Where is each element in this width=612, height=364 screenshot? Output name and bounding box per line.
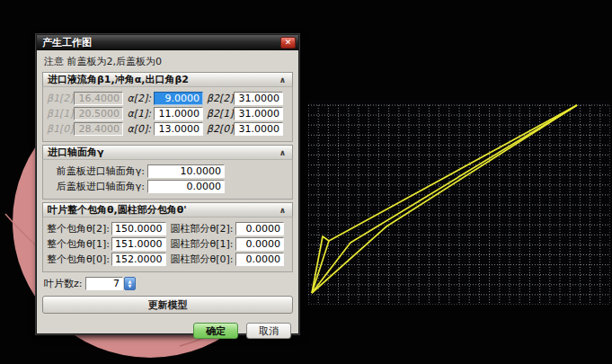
generate-working-drawing-dialog: 产生工作图 ✕ 注意 前盖板为2,后盖板为0 进口液流角β1,冲角α,出口角β2… bbox=[36, 34, 299, 334]
rear-shroud-angle-label: 后盖板进口轴面角γ: bbox=[47, 180, 147, 193]
front-shroud-angle-field[interactable]: 10.0000 bbox=[147, 164, 225, 178]
note-text: 注意 前盖板为2,后盖板为0 bbox=[44, 55, 293, 68]
wrap-angle-1-label: 整个包角θ[1]: bbox=[47, 237, 111, 251]
section-inlet-angles-title: 进口液流角β1,冲角α,出口角β2 bbox=[48, 73, 189, 86]
section-inlet-angles-header: 进口液流角β1,冲角α,出口角β2 ∧ bbox=[42, 72, 293, 87]
blade-count-field[interactable]: 7 bbox=[85, 277, 123, 290]
plot-canvas bbox=[308, 101, 610, 305]
alpha-1-label: α[1]: bbox=[127, 108, 154, 120]
wrap-angle-row-1: 整个包角θ[1]: 151.0000 圆柱部分θ[1]: 0.0000 bbox=[47, 237, 288, 251]
front-shroud-angle-row: 前盖板进口轴面角γ: 10.0000 bbox=[47, 164, 288, 178]
alpha-1-field[interactable]: 11.0000 bbox=[154, 107, 203, 120]
wrap-angle-0-field[interactable]: 152.0000 bbox=[111, 253, 166, 266]
section-wrap-angle-title: 叶片整个包角θ,圆柱部分包角θ' bbox=[48, 203, 187, 217]
beta1-0-field: 28.4000 bbox=[74, 122, 123, 136]
dialog-footer: 确定 取消 bbox=[42, 323, 293, 339]
beta2-1-field[interactable]: 31.0000 bbox=[234, 107, 283, 120]
section-wrap-angle-group: 整个包角θ[2]: 150.0000 圆柱部分θ[2]: 0.0000 整个包角… bbox=[42, 218, 293, 272]
blade-angle-plot bbox=[308, 101, 610, 305]
alpha-0-label: α[0]: bbox=[127, 123, 154, 135]
rear-shroud-angle-row: 后盖板进口轴面角γ: 0.0000 bbox=[47, 180, 288, 193]
collapse-icon[interactable]: ∧ bbox=[278, 148, 288, 157]
beta1-2-field: 16.4000 bbox=[74, 92, 123, 105]
beta2-2-field[interactable]: 31.0000 bbox=[234, 92, 283, 105]
blade-count-label: 叶片数z: bbox=[44, 277, 85, 290]
update-model-button[interactable]: 更新模型 bbox=[42, 296, 293, 314]
wrap-angle-0-label: 整个包角θ[0]: bbox=[47, 253, 111, 266]
spinner-down-icon[interactable]: ▼ bbox=[129, 284, 132, 289]
collapse-icon[interactable]: ∧ bbox=[278, 75, 288, 84]
spinner-arrows[interactable]: ▲ ▼ bbox=[124, 277, 136, 290]
section-inlet-angles-group: β1[2]: 16.4000 α[2]: 9.0000 β2[2]: 31.00… bbox=[42, 87, 293, 142]
alpha-0-field[interactable]: 13.0000 bbox=[154, 122, 203, 136]
dialog-body: 注意 前盖板为2,后盖板为0 进口液流角β1,冲角α,出口角β2 ∧ β1[2]… bbox=[37, 50, 298, 342]
blade-count-stepper: 7 ▲ ▼ bbox=[85, 277, 136, 290]
section-meridional-angle-title: 进口轴面角γ bbox=[48, 146, 104, 159]
section-meridional-angle-header: 进口轴面角γ ∧ bbox=[42, 145, 293, 160]
angle-row-1: β1[1]: 20.5000 α[1]: 11.0000 β2[1]: 31.0… bbox=[47, 107, 288, 120]
alpha-2-label: α[2]: bbox=[127, 93, 154, 104]
cyl-part-2-label: 圆柱部分θ[2]: bbox=[171, 222, 235, 235]
beta2-2-label: β2[2]: bbox=[207, 93, 234, 104]
angle-row-0: β1[0]: 28.4000 α[0]: 13.0000 β2[0]: 31.0… bbox=[47, 122, 288, 136]
beta1-1-field: 20.5000 bbox=[74, 107, 123, 120]
collapse-icon[interactable]: ∧ bbox=[278, 206, 288, 215]
angle-row-2: β1[2]: 16.4000 α[2]: 9.0000 β2[2]: 31.00… bbox=[47, 92, 288, 105]
beta1-2-label: β1[2]: bbox=[47, 93, 74, 104]
close-icon[interactable]: ✕ bbox=[280, 37, 296, 49]
dialog-title: 产生工作图 bbox=[42, 36, 280, 49]
wrap-angle-2-field[interactable]: 150.0000 bbox=[111, 222, 166, 235]
section-wrap-angle-header: 叶片整个包角θ,圆柱部分包角θ' ∧ bbox=[42, 202, 293, 218]
cyl-part-2-field[interactable]: 0.0000 bbox=[235, 222, 285, 235]
beta1-1-label: β1[1]: bbox=[47, 108, 74, 120]
beta2-1-label: β2[1]: bbox=[207, 108, 234, 120]
beta1-0-label: β1[0]: bbox=[47, 123, 74, 135]
cyl-part-0-label: 圆柱部分θ[0]: bbox=[171, 253, 235, 266]
wrap-angle-row-2: 整个包角θ[2]: 150.0000 圆柱部分θ[2]: 0.0000 bbox=[47, 222, 288, 235]
cyl-part-1-field[interactable]: 0.0000 bbox=[235, 237, 285, 251]
beta2-0-field[interactable]: 31.0000 bbox=[234, 122, 283, 136]
alpha-2-field[interactable]: 9.0000 bbox=[154, 92, 203, 105]
cyl-part-0-field[interactable]: 0.0000 bbox=[235, 253, 285, 266]
blade-count-row: 叶片数z: 7 ▲ ▼ bbox=[44, 277, 293, 290]
cyl-part-1-label: 圆柱部分θ[1]: bbox=[171, 237, 235, 251]
rear-shroud-angle-field[interactable]: 0.0000 bbox=[147, 180, 225, 193]
dialog-titlebar[interactable]: 产生工作图 ✕ bbox=[37, 35, 298, 50]
wrap-angle-2-label: 整个包角θ[2]: bbox=[47, 222, 111, 235]
section-meridional-angle-group: 前盖板进口轴面角γ: 10.0000 后盖板进口轴面角γ: 0.0000 bbox=[42, 160, 293, 200]
ok-button[interactable]: 确定 bbox=[193, 323, 238, 339]
front-shroud-angle-label: 前盖板进口轴面角γ: bbox=[47, 164, 147, 178]
wrap-angle-row-0: 整个包角θ[0]: 152.0000 圆柱部分θ[0]: 0.0000 bbox=[47, 253, 288, 266]
app-canvas: { "dialog": { "title": "产生工作图", "close_i… bbox=[0, 0, 612, 364]
beta2-0-label: β2[0]: bbox=[207, 123, 234, 135]
wrap-angle-1-field[interactable]: 151.0000 bbox=[111, 237, 166, 251]
cancel-button[interactable]: 取消 bbox=[246, 323, 291, 339]
